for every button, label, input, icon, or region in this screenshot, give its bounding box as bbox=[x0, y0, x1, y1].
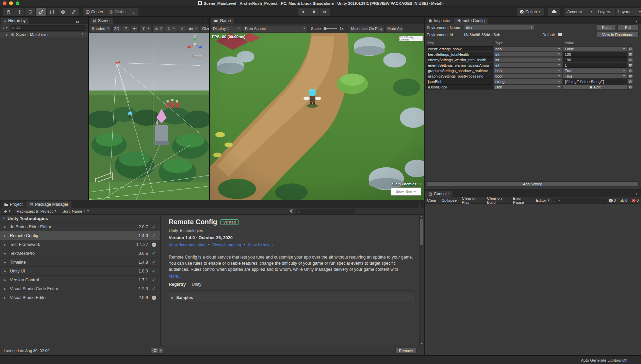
console-search[interactable] bbox=[555, 198, 607, 203]
move-tool-button[interactable] bbox=[14, 7, 25, 16]
scene-panel-menu-icon[interactable]: ⋮ bbox=[201, 19, 209, 24]
toggle-2d-button[interactable]: 2D bbox=[112, 25, 121, 32]
pull-button[interactable]: Pull bbox=[618, 24, 639, 30]
config-type-dropdown[interactable]: int▼ bbox=[493, 52, 562, 57]
scene-grid-dropdown[interactable]: ▼ bbox=[165, 25, 177, 32]
aspect-dropdown[interactable]: Free Aspect▼ bbox=[243, 25, 308, 32]
push-button[interactable]: Push bbox=[597, 24, 616, 30]
package-group-header[interactable]: ▼ Unity Technologies bbox=[0, 215, 160, 222]
fetch-config-button[interactable]: Fetch Config Changes bbox=[399, 36, 423, 41]
pause-button[interactable] bbox=[309, 7, 319, 16]
layout-dropdown[interactable]: Layout▼ bbox=[615, 7, 641, 16]
orientation-toggle-button[interactable]: Global bbox=[106, 7, 130, 16]
scene-lighting-button[interactable] bbox=[122, 25, 130, 32]
expand-arrow-icon[interactable]: ▶ bbox=[4, 243, 7, 246]
view-changelog-link[interactable]: View changelog bbox=[212, 243, 241, 247]
scale-slider[interactable] bbox=[324, 27, 337, 30]
rect-tool-button[interactable] bbox=[47, 7, 57, 16]
delete-setting-button[interactable] bbox=[628, 68, 633, 73]
tab-inspector[interactable]: Inspector bbox=[425, 18, 454, 24]
scene-orientation-gizmo[interactable]: y bbox=[185, 34, 204, 53]
package-row-selected[interactable]: ▶ Remote Config 1.4.0 ✓ bbox=[0, 231, 160, 240]
collab-button[interactable]: Collab▼ bbox=[516, 7, 544, 16]
scene-camera-dropdown[interactable]: ▼ bbox=[187, 25, 199, 32]
expand-arrow-icon[interactable]: ▶ bbox=[4, 234, 7, 237]
hierarchy-search[interactable] bbox=[10, 25, 87, 31]
gizmos-dropdown[interactable]: Gizmos bbox=[200, 25, 209, 32]
package-row[interactable]: ▶ Timeline 1.4.8 ✓ bbox=[0, 258, 160, 267]
package-row[interactable]: ▶ Unity UI 1.0.0 ✓ bbox=[0, 267, 160, 276]
delete-setting-button[interactable] bbox=[628, 73, 633, 79]
tab-hierarchy[interactable]: ≡ Hierarchy bbox=[1, 18, 29, 24]
error-pause-button[interactable]: Error Pause bbox=[511, 197, 533, 203]
config-type-dropdown[interactable]: json▼ bbox=[493, 84, 562, 89]
view-licenses-link[interactable]: View licenses bbox=[248, 243, 273, 247]
tab-console[interactable]: Console bbox=[425, 191, 452, 197]
hand-tool-button[interactable] bbox=[3, 7, 14, 16]
persp-label[interactable]: < Persp bbox=[190, 54, 202, 58]
scale-knob[interactable] bbox=[324, 27, 327, 30]
expand-arrow-icon[interactable]: ▶ bbox=[4, 269, 7, 273]
scroll-up-arrow[interactable]: ▲ bbox=[420, 215, 424, 218]
tab-scene[interactable]: Scene bbox=[89, 18, 113, 24]
config-key-field[interactable] bbox=[426, 84, 493, 89]
sort-dropdown[interactable]: Sort: Name↓▼ bbox=[60, 208, 92, 214]
config-value-field[interactable] bbox=[563, 63, 627, 68]
spawn-enemy-button[interactable]: Spawn Enemy bbox=[391, 187, 421, 196]
package-settings-button[interactable] bbox=[289, 209, 294, 213]
config-value-dropdown[interactable]: True▼ bbox=[563, 73, 627, 79]
inspector-menu-icon[interactable]: ⋮ bbox=[632, 19, 641, 24]
console-log-area[interactable] bbox=[425, 204, 641, 355]
package-row[interactable]: ▶ Version Control 1.7.1 ✓ bbox=[0, 276, 160, 284]
expand-arrow-icon[interactable]: ▶ bbox=[4, 225, 7, 229]
expand-arrow-icon[interactable]: ▶ bbox=[4, 261, 7, 264]
display-dropdown[interactable]: Display 1▼ bbox=[211, 25, 242, 32]
tab-game[interactable]: Game bbox=[211, 18, 234, 24]
package-search-input[interactable] bbox=[302, 210, 352, 214]
more-link[interactable]: More... bbox=[169, 274, 416, 279]
auto-generate-lighting-toggle[interactable]: Auto Generate Lighting Off bbox=[581, 358, 627, 362]
environment-dropdown[interactable]: dev▼ bbox=[464, 25, 535, 30]
config-key-field[interactable] bbox=[426, 63, 493, 68]
config-key-field[interactable] bbox=[426, 46, 493, 51]
clear-on-play-button[interactable]: Clear on Play bbox=[459, 197, 484, 203]
config-type-dropdown[interactable]: int▼ bbox=[493, 63, 562, 68]
lock-icon[interactable] bbox=[76, 19, 79, 23]
console-menu-icon[interactable]: ⋮ bbox=[632, 192, 641, 197]
custom-tool-button[interactable] bbox=[68, 7, 79, 16]
clear-on-build-button[interactable]: Clear on Build bbox=[484, 197, 511, 203]
package-row[interactable]: ▶ Test Framework 1.1.27 ↑ bbox=[0, 240, 160, 249]
tab-package-manager[interactable]: Package Manager bbox=[26, 201, 71, 208]
delete-setting-button[interactable] bbox=[628, 63, 633, 68]
package-row[interactable]: ▶ Visual Studio Editor 2.0.9 ↑ bbox=[0, 293, 160, 302]
scale-tool-button[interactable] bbox=[36, 7, 47, 16]
expand-arrow-icon[interactable]: ▶ bbox=[4, 278, 7, 282]
hierarchy-menu-icon[interactable]: ⋮ bbox=[82, 19, 86, 24]
config-type-dropdown[interactable]: int▼ bbox=[493, 57, 562, 62]
console-search-input[interactable] bbox=[562, 198, 604, 202]
clear-button[interactable]: Clear bbox=[425, 197, 439, 203]
maximize-on-play-button[interactable]: Maximize On Play bbox=[349, 25, 385, 32]
scene-visibility-button[interactable]: 0 bbox=[152, 25, 164, 32]
config-type-dropdown[interactable]: bool▼ bbox=[493, 46, 562, 51]
config-value-field[interactable] bbox=[563, 79, 627, 84]
grid-snap-button[interactable] bbox=[127, 7, 139, 16]
packages-filter-dropdown[interactable]: Packages: In Project▼ bbox=[14, 208, 59, 214]
create-object-button[interactable]: +▼ bbox=[2, 25, 8, 30]
refresh-options-dropdown[interactable]: ▼ bbox=[159, 348, 163, 353]
account-dropdown[interactable]: Account▼ bbox=[564, 7, 596, 16]
package-search[interactable] bbox=[296, 209, 355, 214]
scene-tools-button[interactable] bbox=[178, 25, 186, 32]
scrollbar-thumb[interactable] bbox=[420, 219, 423, 245]
view-in-dashboard-button[interactable]: View in Dashboard bbox=[597, 32, 639, 37]
config-type-dropdown[interactable]: string▼ bbox=[493, 79, 562, 84]
step-button[interactable] bbox=[319, 7, 330, 16]
warning-count-toggle[interactable]: 0 bbox=[618, 197, 629, 203]
package-row[interactable]: ▶ Visual Studio Code Editor 1.2.3 ✓ bbox=[0, 284, 160, 293]
expand-arrow-icon[interactable]: ▶ bbox=[4, 252, 7, 255]
config-key-field[interactable] bbox=[426, 79, 493, 84]
delete-setting-button[interactable] bbox=[628, 46, 633, 51]
shading-mode-dropdown[interactable]: Shaded▼ bbox=[90, 25, 112, 32]
scene-effects-dropdown[interactable]: ▼ bbox=[139, 25, 152, 32]
view-documentation-link[interactable]: View documentation bbox=[169, 243, 206, 247]
